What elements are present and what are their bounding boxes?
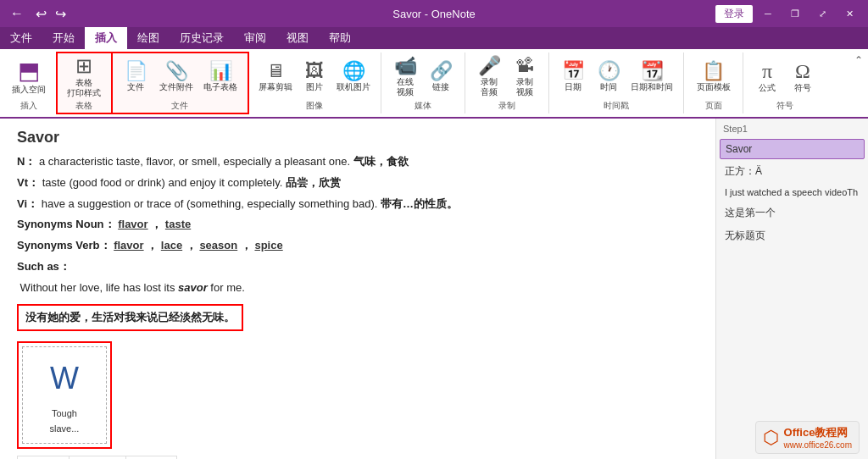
syn-verb-sep3: ， — [241, 239, 252, 252]
undo-icon[interactable]: ↩ — [32, 4, 50, 24]
insert-space-label: 插入空间 — [12, 85, 46, 95]
ribbon-group-symbol: π 公式 Ω 符号 符号 — [743, 53, 826, 113]
example-english: Without her love, life has lost its savo… — [17, 279, 698, 297]
insert-space-icon: ⬒ — [18, 59, 40, 83]
date-icon: 📅 — [562, 62, 585, 80]
ribbon-group-table: ⊞ 表格打印样式 表格 — [57, 53, 112, 113]
chinese-sentence-box: 没有她的爱，生活对我来说已经淡然无味。 — [17, 304, 243, 332]
def-vi-text: have a suggestion or trace of (something… — [42, 197, 378, 210]
file-button[interactable]: 📄 文件 — [119, 60, 153, 94]
definition-vi: Vi： have a suggestion or trace of (somet… — [17, 196, 698, 213]
login-button[interactable]: 登录 — [715, 5, 753, 23]
link-icon: 🔗 — [430, 62, 453, 80]
syn-verb-sep2: ， — [186, 239, 197, 252]
fullscreen-button[interactable]: ⤢ — [810, 4, 834, 23]
syn-verb-spice[interactable]: spice — [254, 239, 282, 252]
syn-noun-taste[interactable]: taste — [165, 218, 191, 230]
group-label-insert: 插入 — [2, 100, 56, 112]
file-attach-button[interactable]: 📎 文件附件 — [156, 60, 197, 94]
datetime-label: 日期和时间 — [631, 82, 673, 92]
page-template-label: 页面模板 — [697, 82, 731, 92]
screen-clip-button[interactable]: 🖥 屏幕剪辑 — [255, 60, 296, 94]
tab-help[interactable]: 帮助 — [319, 27, 361, 49]
tab-insert[interactable]: 插入 — [85, 27, 127, 49]
date-button[interactable]: 📅 日期 — [556, 60, 590, 94]
doc-label: Toughslave... — [50, 406, 80, 436]
tab-review[interactable]: 审阅 — [234, 27, 276, 49]
sidebar-item-zhengfang[interactable]: 正方：Ä — [720, 161, 865, 182]
restore-button[interactable]: ❐ — [783, 4, 807, 23]
such-as-line: Such as： — [17, 258, 698, 276]
group-label-file: 文件 — [112, 100, 248, 112]
table-button[interactable]: ⊞ 表格打印样式 — [64, 54, 104, 100]
symbol-button[interactable]: Ω 符号 — [786, 59, 820, 95]
synonyms-verb-line: Synonyms Verb： flavor ， lace ， season ， … — [17, 237, 698, 255]
pos-vi: Vi： — [17, 197, 38, 210]
time-button[interactable]: 🕐 时间 — [592, 60, 626, 94]
group-label-record: 录制 — [465, 100, 548, 112]
symbol-label: 符号 — [794, 83, 811, 93]
tab-history[interactable]: 历史记录 — [170, 27, 234, 49]
sidebar-step-label: Step1 — [720, 122, 865, 135]
office-text-group: Office教程网 www.office26.com — [784, 425, 852, 450]
office-brand-text: Office教程网 — [784, 425, 852, 440]
ribbon-group-page: 📋 页面模板 页面 — [684, 53, 743, 113]
ribbon-group-media: 📹 在线视频 🔗 链接 媒体 — [381, 53, 465, 113]
spreadsheet-button[interactable]: 📊 电子表格 — [200, 60, 241, 94]
tab-draw[interactable]: 绘图 — [127, 27, 170, 49]
synonyms-noun-label: Synonyms Noun： — [17, 218, 115, 230]
table-header-row: Savor lace flavor — [18, 456, 177, 459]
title-bar-left: ← ↩ ↪ — [7, 4, 70, 24]
sidebar-item-video[interactable]: I just watched a speech videoTh — [720, 184, 865, 201]
record-video-button[interactable]: 📽 录制视频 — [508, 55, 542, 99]
syn-verb-season[interactable]: season — [199, 239, 237, 252]
screen-clip-label: 屏幕剪辑 — [259, 82, 292, 92]
ribbon-group-image: 🖥 屏幕剪辑 🖼 图片 🌐 联机图片 图像 — [248, 53, 381, 113]
formula-button[interactable]: π 公式 — [750, 59, 784, 95]
syn-verb-flavor[interactable]: flavor — [114, 239, 143, 252]
formula-label: 公式 — [759, 83, 776, 93]
picture-button[interactable]: 🖼 图片 — [298, 60, 331, 94]
synonyms-verb-label: Synonyms Verb： — [17, 239, 111, 252]
redo-icon[interactable]: ↪ — [52, 4, 70, 24]
main-area: Savor N： a characteristic taste, flavor,… — [0, 119, 868, 459]
ribbon-collapse[interactable]: ⌃ — [851, 53, 866, 113]
ribbon-group-record: 🎤 录制音频 📽 录制视频 录制 — [465, 53, 549, 113]
chinese-example: 没有她的爱，生活对我来说已经淡然无味。 — [25, 311, 235, 324]
sidebar-item-first[interactable]: 这是第一个 — [720, 202, 865, 224]
online-pic-button[interactable]: 🌐 联机图片 — [333, 60, 374, 94]
date-label: 日期 — [565, 82, 581, 92]
sidebar-item-untitled[interactable]: 无标题页 — [720, 225, 865, 246]
table-header-flavor: flavor — [126, 456, 177, 459]
table-icon: ⊞ — [75, 56, 92, 76]
ribbon-tab-bar: 文件 开始 插入 绘图 历史记录 审阅 视图 帮助 — [0, 27, 868, 49]
minimize-button[interactable]: ─ — [756, 4, 780, 23]
title-bar: ← ↩ ↪ Savor - OneNote 登录 ─ ❐ ⤢ ✕ — [0, 0, 868, 27]
syn-noun-flavor[interactable]: flavor — [118, 218, 147, 230]
sidebar-item-savor[interactable]: Savor — [720, 139, 865, 159]
tab-file[interactable]: 文件 — [0, 27, 42, 49]
file-attach-label: 文件附件 — [159, 82, 193, 92]
note-content[interactable]: Savor N： a characteristic taste, flavor,… — [0, 119, 715, 459]
definition-n: N： a characteristic taste, flavor, or sm… — [17, 153, 698, 171]
tab-home[interactable]: 开始 — [42, 27, 85, 49]
record-audio-button[interactable]: 🎤 录制音频 — [472, 55, 506, 99]
link-button[interactable]: 🔗 链接 — [424, 60, 458, 94]
def-vi-chinese: 带有…的性质。 — [381, 197, 458, 210]
online-pic-icon: 🌐 — [342, 62, 365, 80]
time-icon: 🕐 — [598, 62, 620, 80]
syn-verb-lace[interactable]: lace — [161, 239, 182, 252]
office-logo-area: ⬡ Office教程网 www.office26.com — [755, 421, 860, 454]
spreadsheet-icon: 📊 — [209, 62, 232, 80]
tab-view[interactable]: 视图 — [276, 27, 319, 49]
record-video-icon: 📽 — [515, 57, 534, 75]
close-button[interactable]: ✕ — [837, 4, 861, 23]
back-icon[interactable]: ← — [7, 4, 27, 23]
definition-vt: Vt： taste (good food or drink) and enjoy… — [17, 174, 698, 192]
online-video-button[interactable]: 📹 在线视频 — [388, 55, 422, 99]
datetime-button[interactable]: 📆 日期和时间 — [627, 60, 676, 94]
note-title: Savor — [17, 129, 698, 147]
insert-space-button[interactable]: ⬒ 插入空间 — [8, 58, 49, 97]
doc-embed[interactable]: W Toughslave... — [22, 346, 107, 444]
page-template-button[interactable]: 📋 页面模板 — [693, 60, 734, 94]
